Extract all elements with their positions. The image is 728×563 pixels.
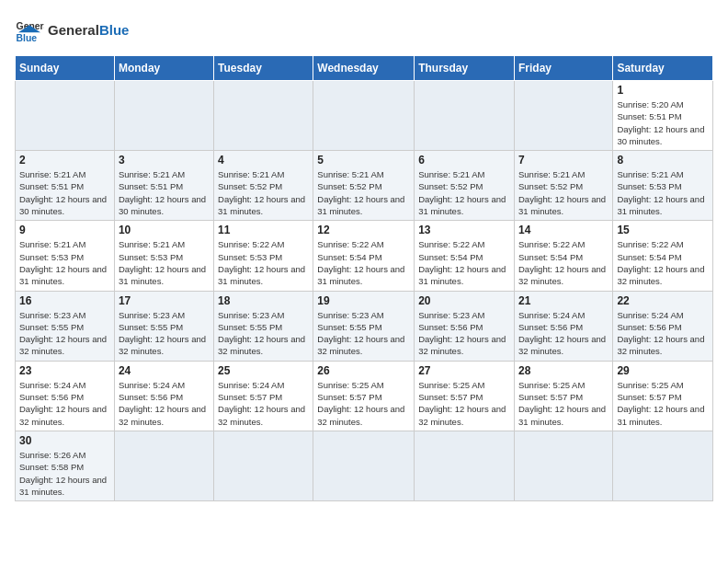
calendar-cell: 10Sunrise: 5:21 AMSunset: 5:53 PMDayligh… xyxy=(114,221,213,291)
day-info: Sunrise: 5:25 AMSunset: 5:57 PMDaylight:… xyxy=(317,379,410,428)
calendar-cell xyxy=(415,431,515,500)
calendar-cell: 24Sunrise: 5:24 AMSunset: 5:56 PMDayligh… xyxy=(114,361,213,431)
day-number: 21 xyxy=(518,294,609,307)
calendar-cell: 15Sunrise: 5:22 AMSunset: 5:54 PMDayligh… xyxy=(613,221,713,291)
calendar-cell xyxy=(214,431,313,500)
calendar-cell: 14Sunrise: 5:22 AMSunset: 5:54 PMDayligh… xyxy=(514,221,612,291)
day-number: 3 xyxy=(119,154,210,167)
day-number: 5 xyxy=(317,154,410,167)
day-number: 23 xyxy=(19,364,110,377)
calendar-cell xyxy=(313,431,415,500)
calendar-cell: 3Sunrise: 5:21 AMSunset: 5:51 PMDaylight… xyxy=(114,151,213,221)
calendar-cell xyxy=(415,81,515,151)
calendar-cell: 8Sunrise: 5:21 AMSunset: 5:53 PMDaylight… xyxy=(613,151,713,221)
calendar-cell: 7Sunrise: 5:21 AMSunset: 5:52 PMDaylight… xyxy=(514,151,612,221)
calendar-cell: 18Sunrise: 5:23 AMSunset: 5:55 PMDayligh… xyxy=(214,291,313,361)
calendar-cell xyxy=(514,431,612,500)
calendar-cell: 12Sunrise: 5:22 AMSunset: 5:54 PMDayligh… xyxy=(313,221,415,291)
day-info: Sunrise: 5:21 AMSunset: 5:51 PMDaylight:… xyxy=(19,168,110,217)
calendar-cell xyxy=(16,81,115,151)
calendar-cell xyxy=(313,81,415,151)
calendar-cell xyxy=(114,431,213,500)
weekday-header-wednesday: Wednesday xyxy=(313,56,415,81)
logo-icon: General Blue xyxy=(15,15,44,44)
day-number: 29 xyxy=(617,364,709,377)
calendar-cell: 21Sunrise: 5:24 AMSunset: 5:56 PMDayligh… xyxy=(514,291,612,361)
day-number: 30 xyxy=(19,434,110,447)
day-info: Sunrise: 5:22 AMSunset: 5:54 PMDaylight:… xyxy=(617,238,709,287)
day-number: 10 xyxy=(119,224,210,236)
day-number: 11 xyxy=(218,224,309,236)
calendar-cell: 5Sunrise: 5:21 AMSunset: 5:52 PMDaylight… xyxy=(313,151,415,221)
day-number: 18 xyxy=(218,294,309,307)
day-number: 19 xyxy=(317,294,410,307)
calendar-cell: 20Sunrise: 5:23 AMSunset: 5:56 PMDayligh… xyxy=(415,291,515,361)
day-info: Sunrise: 5:26 AMSunset: 5:58 PMDaylight:… xyxy=(19,449,110,498)
day-info: Sunrise: 5:21 AMSunset: 5:52 PMDaylight:… xyxy=(317,168,410,217)
calendar-cell: 29Sunrise: 5:25 AMSunset: 5:57 PMDayligh… xyxy=(613,361,713,431)
day-info: Sunrise: 5:24 AMSunset: 5:56 PMDaylight:… xyxy=(518,309,609,358)
day-info: Sunrise: 5:25 AMSunset: 5:57 PMDaylight:… xyxy=(418,379,510,428)
calendar-cell: 30Sunrise: 5:26 AMSunset: 5:58 PMDayligh… xyxy=(16,431,115,500)
day-info: Sunrise: 5:20 AMSunset: 5:51 PMDaylight:… xyxy=(617,98,709,147)
day-info: Sunrise: 5:24 AMSunset: 5:56 PMDaylight:… xyxy=(119,379,210,428)
day-number: 27 xyxy=(418,364,510,377)
day-number: 2 xyxy=(19,154,110,167)
day-info: Sunrise: 5:23 AMSunset: 5:55 PMDaylight:… xyxy=(317,309,410,358)
weekday-header-saturday: Saturday xyxy=(613,56,713,81)
day-number: 26 xyxy=(317,364,410,377)
day-number: 20 xyxy=(418,294,510,307)
day-info: Sunrise: 5:21 AMSunset: 5:52 PMDaylight:… xyxy=(418,168,510,217)
weekday-header-sunday: Sunday xyxy=(16,56,115,81)
day-info: Sunrise: 5:25 AMSunset: 5:57 PMDaylight:… xyxy=(617,379,709,428)
calendar-cell: 2Sunrise: 5:21 AMSunset: 5:51 PMDaylight… xyxy=(16,151,115,221)
day-info: Sunrise: 5:22 AMSunset: 5:54 PMDaylight:… xyxy=(518,238,609,287)
day-number: 15 xyxy=(617,224,709,236)
weekday-header-monday: Monday xyxy=(114,56,213,81)
calendar-cell xyxy=(514,81,612,151)
calendar-cell: 9Sunrise: 5:21 AMSunset: 5:53 PMDaylight… xyxy=(16,221,115,291)
day-number: 6 xyxy=(418,154,510,167)
day-info: Sunrise: 5:23 AMSunset: 5:55 PMDaylight:… xyxy=(218,309,309,358)
weekday-header-tuesday: Tuesday xyxy=(214,56,313,81)
day-info: Sunrise: 5:22 AMSunset: 5:54 PMDaylight:… xyxy=(317,238,410,287)
logo: General Blue GeneralBlue xyxy=(15,15,129,44)
day-info: Sunrise: 5:21 AMSunset: 5:53 PMDaylight:… xyxy=(617,168,709,217)
day-number: 16 xyxy=(19,294,110,307)
day-number: 9 xyxy=(19,224,110,236)
svg-text:Blue: Blue xyxy=(17,33,38,43)
calendar-cell xyxy=(214,81,313,151)
calendar-cell: 17Sunrise: 5:23 AMSunset: 5:55 PMDayligh… xyxy=(114,291,213,361)
day-number: 24 xyxy=(119,364,210,377)
calendar-cell: 23Sunrise: 5:24 AMSunset: 5:56 PMDayligh… xyxy=(16,361,115,431)
calendar-cell: 25Sunrise: 5:24 AMSunset: 5:57 PMDayligh… xyxy=(214,361,313,431)
day-number: 4 xyxy=(218,154,309,167)
calendar-cell: 6Sunrise: 5:21 AMSunset: 5:52 PMDaylight… xyxy=(415,151,515,221)
weekday-header-thursday: Thursday xyxy=(415,56,515,81)
day-info: Sunrise: 5:24 AMSunset: 5:56 PMDaylight:… xyxy=(617,309,709,358)
day-info: Sunrise: 5:21 AMSunset: 5:51 PMDaylight:… xyxy=(119,168,210,217)
calendar-table: SundayMondayTuesdayWednesdayThursdayFrid… xyxy=(15,55,713,501)
day-number: 22 xyxy=(617,294,709,307)
day-info: Sunrise: 5:23 AMSunset: 5:55 PMDaylight:… xyxy=(119,309,210,358)
day-info: Sunrise: 5:21 AMSunset: 5:53 PMDaylight:… xyxy=(119,238,210,287)
day-number: 8 xyxy=(617,154,709,167)
calendar-cell xyxy=(613,431,713,500)
calendar-cell xyxy=(114,81,213,151)
day-number: 13 xyxy=(418,224,510,236)
day-number: 14 xyxy=(518,224,609,236)
calendar-cell: 28Sunrise: 5:25 AMSunset: 5:57 PMDayligh… xyxy=(514,361,612,431)
header: General Blue GeneralBlue xyxy=(15,15,713,44)
day-info: Sunrise: 5:21 AMSunset: 5:53 PMDaylight:… xyxy=(19,238,110,287)
day-info: Sunrise: 5:22 AMSunset: 5:53 PMDaylight:… xyxy=(218,238,309,287)
day-number: 17 xyxy=(119,294,210,307)
day-info: Sunrise: 5:24 AMSunset: 5:56 PMDaylight:… xyxy=(19,379,110,428)
day-number: 7 xyxy=(518,154,609,167)
calendar-cell: 16Sunrise: 5:23 AMSunset: 5:55 PMDayligh… xyxy=(16,291,115,361)
day-number: 1 xyxy=(617,84,709,97)
calendar-cell: 27Sunrise: 5:25 AMSunset: 5:57 PMDayligh… xyxy=(415,361,515,431)
day-info: Sunrise: 5:23 AMSunset: 5:55 PMDaylight:… xyxy=(19,309,110,358)
day-number: 28 xyxy=(518,364,609,377)
calendar-cell: 13Sunrise: 5:22 AMSunset: 5:54 PMDayligh… xyxy=(415,221,515,291)
day-number: 25 xyxy=(218,364,309,377)
